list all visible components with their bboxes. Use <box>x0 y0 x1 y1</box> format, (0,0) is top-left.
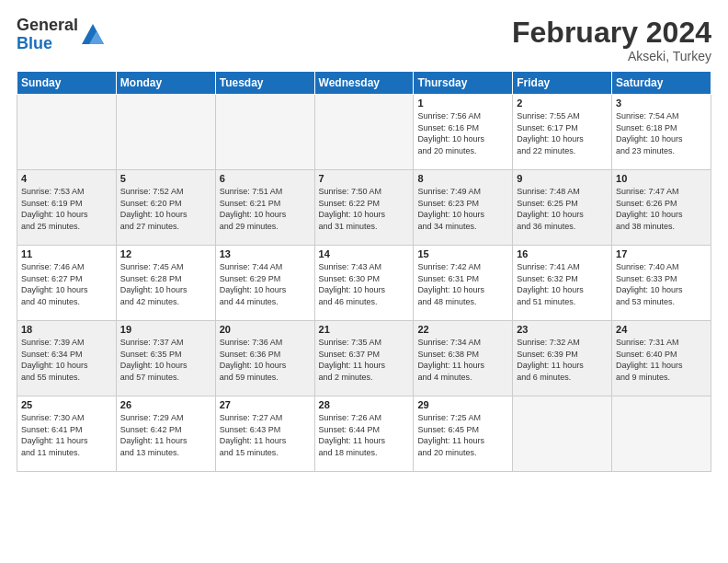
day-number: 22 <box>417 324 508 335</box>
day-number: 4 <box>21 173 112 184</box>
day-info: Sunrise: 7:51 AM Sunset: 6:21 PM Dayligh… <box>220 186 311 232</box>
table-row: 26Sunrise: 7:29 AM Sunset: 6:42 PM Dayli… <box>116 396 215 472</box>
table-row: 10Sunrise: 7:47 AM Sunset: 6:26 PM Dayli… <box>612 170 711 246</box>
table-row: 6Sunrise: 7:51 AM Sunset: 6:21 PM Daylig… <box>215 170 314 246</box>
table-row: 20Sunrise: 7:36 AM Sunset: 6:36 PM Dayli… <box>215 321 314 396</box>
table-row: 23Sunrise: 7:32 AM Sunset: 6:39 PM Dayli… <box>513 321 612 396</box>
day-info: Sunrise: 7:25 AM Sunset: 6:45 PM Dayligh… <box>417 412 508 458</box>
day-info: Sunrise: 7:34 AM Sunset: 6:38 PM Dayligh… <box>417 337 508 383</box>
calendar-week-row: 18Sunrise: 7:39 AM Sunset: 6:34 PM Dayli… <box>17 321 711 396</box>
day-info: Sunrise: 7:42 AM Sunset: 6:31 PM Dayligh… <box>417 261 508 307</box>
table-row: 27Sunrise: 7:27 AM Sunset: 6:43 PM Dayli… <box>215 396 314 472</box>
day-number: 24 <box>616 324 707 335</box>
table-row: 3Sunrise: 7:54 AM Sunset: 6:18 PM Daylig… <box>612 95 711 170</box>
table-row <box>17 95 117 170</box>
day-info: Sunrise: 7:47 AM Sunset: 6:26 PM Dayligh… <box>616 186 707 232</box>
table-row: 25Sunrise: 7:30 AM Sunset: 6:41 PM Dayli… <box>17 396 117 472</box>
table-row <box>612 396 711 472</box>
day-info: Sunrise: 7:56 AM Sunset: 6:16 PM Dayligh… <box>417 110 508 156</box>
day-info: Sunrise: 7:31 AM Sunset: 6:40 PM Dayligh… <box>616 337 707 383</box>
day-info: Sunrise: 7:39 AM Sunset: 6:34 PM Dayligh… <box>21 337 112 383</box>
col-thursday: Thursday <box>414 72 513 95</box>
day-info: Sunrise: 7:50 AM Sunset: 6:22 PM Dayligh… <box>319 186 410 232</box>
table-row: 7Sunrise: 7:50 AM Sunset: 6:22 PM Daylig… <box>314 170 414 246</box>
day-number: 25 <box>21 399 112 410</box>
table-row: 11Sunrise: 7:46 AM Sunset: 6:27 PM Dayli… <box>17 246 117 321</box>
day-number: 16 <box>517 248 608 259</box>
table-row: 13Sunrise: 7:44 AM Sunset: 6:29 PM Dayli… <box>215 246 314 321</box>
title-block: February 2024 Akseki, Turkey <box>512 17 711 63</box>
calendar-week-row: 25Sunrise: 7:30 AM Sunset: 6:41 PM Dayli… <box>17 396 711 472</box>
day-number: 7 <box>319 173 410 184</box>
day-number: 23 <box>517 324 608 335</box>
calendar-week-row: 11Sunrise: 7:46 AM Sunset: 6:27 PM Dayli… <box>17 246 711 321</box>
col-monday: Monday <box>116 72 215 95</box>
calendar-week-row: 4Sunrise: 7:53 AM Sunset: 6:19 PM Daylig… <box>17 170 711 246</box>
logo-general: General <box>17 17 78 35</box>
day-number: 2 <box>517 98 608 109</box>
table-row: 22Sunrise: 7:34 AM Sunset: 6:38 PM Dayli… <box>414 321 513 396</box>
day-info: Sunrise: 7:29 AM Sunset: 6:42 PM Dayligh… <box>120 412 211 458</box>
day-info: Sunrise: 7:40 AM Sunset: 6:33 PM Dayligh… <box>616 261 707 307</box>
day-number: 12 <box>120 248 211 259</box>
day-number: 29 <box>417 399 508 410</box>
col-friday: Friday <box>513 72 612 95</box>
day-info: Sunrise: 7:54 AM Sunset: 6:18 PM Dayligh… <box>616 110 707 156</box>
day-info: Sunrise: 7:48 AM Sunset: 6:25 PM Dayligh… <box>517 186 608 232</box>
table-row: 2Sunrise: 7:55 AM Sunset: 6:17 PM Daylig… <box>513 95 612 170</box>
table-row: 8Sunrise: 7:49 AM Sunset: 6:23 PM Daylig… <box>414 170 513 246</box>
table-row: 4Sunrise: 7:53 AM Sunset: 6:19 PM Daylig… <box>17 170 117 246</box>
day-info: Sunrise: 7:45 AM Sunset: 6:28 PM Dayligh… <box>120 261 211 307</box>
table-row: 12Sunrise: 7:45 AM Sunset: 6:28 PM Dayli… <box>116 246 215 321</box>
day-info: Sunrise: 7:26 AM Sunset: 6:44 PM Dayligh… <box>319 412 410 458</box>
table-row: 16Sunrise: 7:41 AM Sunset: 6:32 PM Dayli… <box>513 246 612 321</box>
day-number: 28 <box>319 399 410 410</box>
table-row: 18Sunrise: 7:39 AM Sunset: 6:34 PM Dayli… <box>17 321 117 396</box>
page: General Blue February 2024 Akseki, Turke… <box>0 0 728 563</box>
table-row <box>116 95 215 170</box>
day-number: 27 <box>220 399 311 410</box>
day-number: 11 <box>21 248 112 259</box>
day-info: Sunrise: 7:55 AM Sunset: 6:17 PM Dayligh… <box>517 110 608 156</box>
day-info: Sunrise: 7:41 AM Sunset: 6:32 PM Dayligh… <box>517 261 608 307</box>
col-tuesday: Tuesday <box>215 72 314 95</box>
header: General Blue February 2024 Akseki, Turke… <box>17 17 711 63</box>
day-number: 6 <box>220 173 311 184</box>
table-row <box>215 95 314 170</box>
calendar-header-row: Sunday Monday Tuesday Wednesday Thursday… <box>17 72 711 95</box>
calendar: Sunday Monday Tuesday Wednesday Thursday… <box>17 71 711 472</box>
logo-blue: Blue <box>17 35 78 53</box>
day-number: 15 <box>417 248 508 259</box>
day-number: 10 <box>616 173 707 184</box>
day-number: 3 <box>616 98 707 109</box>
col-wednesday: Wednesday <box>314 72 414 95</box>
day-info: Sunrise: 7:49 AM Sunset: 6:23 PM Dayligh… <box>417 186 508 232</box>
table-row: 21Sunrise: 7:35 AM Sunset: 6:37 PM Dayli… <box>314 321 414 396</box>
table-row: 5Sunrise: 7:52 AM Sunset: 6:20 PM Daylig… <box>116 170 215 246</box>
col-saturday: Saturday <box>612 72 711 95</box>
day-number: 13 <box>220 248 311 259</box>
day-number: 26 <box>120 399 211 410</box>
table-row: 24Sunrise: 7:31 AM Sunset: 6:40 PM Dayli… <box>612 321 711 396</box>
day-info: Sunrise: 7:43 AM Sunset: 6:30 PM Dayligh… <box>319 261 410 307</box>
table-row: 17Sunrise: 7:40 AM Sunset: 6:33 PM Dayli… <box>612 246 711 321</box>
day-info: Sunrise: 7:53 AM Sunset: 6:19 PM Dayligh… <box>21 186 112 232</box>
table-row: 1Sunrise: 7:56 AM Sunset: 6:16 PM Daylig… <box>414 95 513 170</box>
day-info: Sunrise: 7:37 AM Sunset: 6:35 PM Dayligh… <box>120 337 211 383</box>
day-number: 18 <box>21 324 112 335</box>
day-info: Sunrise: 7:52 AM Sunset: 6:20 PM Dayligh… <box>120 186 211 232</box>
day-number: 14 <box>319 248 410 259</box>
day-number: 20 <box>220 324 311 335</box>
logo-icon <box>80 22 106 48</box>
table-row: 9Sunrise: 7:48 AM Sunset: 6:25 PM Daylig… <box>513 170 612 246</box>
day-info: Sunrise: 7:30 AM Sunset: 6:41 PM Dayligh… <box>21 412 112 458</box>
table-row <box>314 95 414 170</box>
day-number: 5 <box>120 173 211 184</box>
calendar-week-row: 1Sunrise: 7:56 AM Sunset: 6:16 PM Daylig… <box>17 95 711 170</box>
table-row: 14Sunrise: 7:43 AM Sunset: 6:30 PM Dayli… <box>314 246 414 321</box>
table-row: 15Sunrise: 7:42 AM Sunset: 6:31 PM Dayli… <box>414 246 513 321</box>
day-info: Sunrise: 7:36 AM Sunset: 6:36 PM Dayligh… <box>220 337 311 383</box>
table-row: 19Sunrise: 7:37 AM Sunset: 6:35 PM Dayli… <box>116 321 215 396</box>
location: Akseki, Turkey <box>512 49 711 63</box>
day-number: 17 <box>616 248 707 259</box>
